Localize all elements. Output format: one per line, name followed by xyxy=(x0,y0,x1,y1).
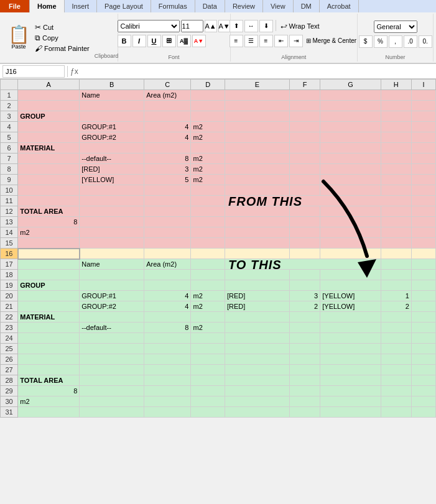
cell-I12[interactable] xyxy=(411,206,435,217)
cell-A20[interactable] xyxy=(18,291,80,301)
col-header-I[interactable]: I xyxy=(411,80,435,90)
wrap-text-button[interactable]: ⮐ Wrap Text xyxy=(279,20,322,32)
cell-H10[interactable] xyxy=(381,185,411,196)
cell-D7[interactable]: m2 xyxy=(191,153,225,164)
insert-tab[interactable]: Insert xyxy=(65,0,98,12)
cell-F18[interactable] xyxy=(289,270,320,280)
cell-H22[interactable] xyxy=(381,312,411,323)
cell-I3[interactable] xyxy=(411,111,435,122)
cell-I29[interactable] xyxy=(411,386,435,396)
row-header-28[interactable]: 28 xyxy=(1,375,18,386)
cell-F10[interactable] xyxy=(289,185,320,196)
merge-center-button[interactable]: ⊞ Merge & Center xyxy=(304,35,359,47)
row-header-29[interactable]: 29 xyxy=(1,386,18,396)
cell-I31[interactable] xyxy=(411,407,435,418)
cell-F13[interactable] xyxy=(289,217,320,227)
cell-H9[interactable] xyxy=(381,175,411,185)
fill-color-button[interactable]: A▓ xyxy=(177,35,191,47)
cell-A17[interactable] xyxy=(18,259,80,270)
cell-D1[interactable] xyxy=(191,90,225,101)
cell-C19[interactable] xyxy=(144,280,191,291)
cell-A30[interactable]: m2 xyxy=(18,396,80,407)
cell-G20[interactable]: [YELLOW] xyxy=(320,291,381,301)
cell-A28[interactable]: TOTAL AREA xyxy=(18,375,80,386)
cell-I22[interactable] xyxy=(411,312,435,323)
col-header-A[interactable]: A xyxy=(18,80,80,90)
row-header-2[interactable]: 2 xyxy=(1,101,18,111)
cell-C29[interactable] xyxy=(144,386,191,396)
page-layout-tab[interactable]: Page Layout xyxy=(97,0,151,12)
cell-D23[interactable]: m2 xyxy=(191,323,225,333)
underline-button[interactable]: U xyxy=(147,35,161,47)
cell-B20[interactable]: GROUP:#1 xyxy=(80,291,144,301)
cell-A15[interactable] xyxy=(18,238,80,249)
format-painter-button[interactable]: 🖌 Format Painter xyxy=(32,44,92,53)
cell-I5[interactable] xyxy=(411,132,435,143)
cell-B13[interactable] xyxy=(80,217,144,227)
review-tab[interactable]: Review xyxy=(225,0,263,12)
cell-B19[interactable] xyxy=(80,280,144,291)
cell-F21[interactable]: 2 xyxy=(289,301,320,312)
cell-C13[interactable] xyxy=(144,217,191,227)
col-header-G[interactable]: G xyxy=(320,80,381,90)
cell-F3[interactable] xyxy=(289,111,320,122)
cell-A29[interactable]: 8 xyxy=(18,386,80,396)
cell-I11[interactable] xyxy=(411,196,435,206)
cell-C30[interactable] xyxy=(144,396,191,407)
cell-A11[interactable] xyxy=(18,196,80,206)
cell-G14[interactable] xyxy=(320,227,381,238)
cell-E8[interactable] xyxy=(225,164,290,175)
cell-B14[interactable] xyxy=(80,227,144,238)
cell-C7[interactable]: 8 xyxy=(144,153,191,164)
cell-F6[interactable] xyxy=(289,143,320,153)
cell-B9[interactable]: [YELLOW] xyxy=(80,175,144,185)
cell-I1[interactable] xyxy=(411,90,435,101)
font-size-increase-button[interactable]: A▲ xyxy=(205,20,217,32)
font-size-input[interactable] xyxy=(181,20,203,32)
cell-E22[interactable] xyxy=(225,312,290,323)
cell-C9[interactable]: 5 xyxy=(144,175,191,185)
cell-H1[interactable] xyxy=(381,90,411,101)
cell-B11[interactable] xyxy=(80,196,144,206)
decrease-decimal-button[interactable]: .0 xyxy=(404,35,417,48)
percent-button[interactable]: % xyxy=(374,35,387,48)
cell-C2[interactable] xyxy=(144,101,191,111)
row-header-4[interactable]: 4 xyxy=(1,122,18,132)
col-header-B[interactable]: B xyxy=(80,80,144,90)
cell-F2[interactable] xyxy=(289,101,320,111)
cell-H21[interactable]: 2 xyxy=(381,301,411,312)
cell-B4[interactable]: GROUP:#1 xyxy=(80,122,144,132)
cell-H23[interactable] xyxy=(381,323,411,333)
cell-C11[interactable] xyxy=(144,196,191,206)
cell-B6[interactable] xyxy=(80,143,144,153)
cell-H3[interactable] xyxy=(381,111,411,122)
cell-E23[interactable] xyxy=(225,323,290,333)
cell-G13[interactable] xyxy=(320,217,381,227)
cell-C1[interactable]: Area (m2) xyxy=(144,90,191,101)
cell-G23[interactable] xyxy=(320,323,381,333)
cell-A19[interactable]: GROUP xyxy=(18,280,80,291)
cell-F22[interactable] xyxy=(289,312,320,323)
cell-D3[interactable] xyxy=(191,111,225,122)
cell-G19[interactable] xyxy=(320,280,381,291)
increase-decimal-button[interactable]: 0. xyxy=(419,35,432,48)
cell-H30[interactable] xyxy=(381,396,411,407)
row-header-22[interactable]: 22 xyxy=(1,312,18,323)
cell-G7[interactable] xyxy=(320,153,381,164)
row-header-9[interactable]: 9 xyxy=(1,175,18,185)
number-format-select[interactable]: General xyxy=(374,21,417,33)
cell-G15[interactable] xyxy=(320,238,381,249)
cell-G1[interactable] xyxy=(320,90,381,101)
cell-H28[interactable] xyxy=(381,375,411,386)
cell-A2[interactable] xyxy=(18,101,80,111)
cell-I7[interactable] xyxy=(411,153,435,164)
col-header-C[interactable]: C xyxy=(144,80,191,90)
acrobat-tab[interactable]: Acrobat xyxy=(320,0,359,12)
font-color-button[interactable]: A▼ xyxy=(192,35,206,47)
cell-F5[interactable] xyxy=(289,132,320,143)
cell-A1[interactable] xyxy=(18,90,80,101)
cell-D30[interactable] xyxy=(191,396,225,407)
row-header-20[interactable]: 20 xyxy=(1,291,18,301)
cell-C23[interactable]: 8 xyxy=(144,323,191,333)
row-header-12[interactable]: 12 xyxy=(1,206,18,217)
